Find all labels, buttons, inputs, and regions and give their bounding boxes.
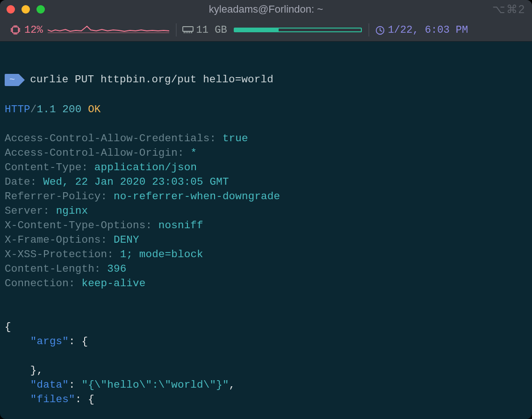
- header-value: 1; mode=block: [120, 248, 203, 260]
- terminal-body[interactable]: ~ curlie PUT httpbin.org/put hello=world…: [0, 42, 532, 419]
- zoom-button[interactable]: [36, 5, 45, 14]
- body-block: { "args": { }, "data": "{\"hello\":\"wor…: [5, 305, 527, 419]
- header-name: X-XSS-Protection: [5, 248, 107, 260]
- memory-label: 11 GB: [196, 24, 227, 36]
- memory-icon: [182, 26, 193, 34]
- memory-bar-fill: [235, 29, 279, 31]
- command-text: curlie PUT httpbin.org/put hello=world: [30, 72, 273, 87]
- close-button[interactable]: [7, 5, 15, 14]
- memory-bar: [234, 28, 362, 32]
- cpu-sparkline: [48, 23, 169, 37]
- header-value: nginx: [56, 205, 88, 217]
- header-name: Access-Control-Allow-Credentials: [5, 132, 209, 144]
- headers-block: Access-Control-Allow-Credentials: true A…: [5, 131, 527, 291]
- header-name: Date: [5, 176, 30, 188]
- titlebar: kyleadams@Forlindon: ~ ⌥⌘2: [0, 0, 532, 19]
- header-value: no-referrer-when-downgrade: [114, 190, 280, 202]
- traffic-lights: [7, 5, 45, 14]
- header-name: Access-Control-Allow-Origin: [5, 147, 178, 159]
- prompt-line: ~ curlie PUT httpbin.org/put hello=world: [5, 72, 527, 87]
- terminal-window: kyleadams@Forlindon: ~ ⌥⌘2 12%: [0, 0, 532, 419]
- header-value: Wed, 22 Jan 2020 23:03:05 GMT: [43, 176, 229, 188]
- header-name: Connection: [5, 277, 69, 289]
- header-name: Referrer-Policy: [5, 190, 101, 202]
- status-code: 200: [62, 103, 81, 116]
- header-name: Content-Length: [5, 263, 94, 275]
- minimize-button[interactable]: [22, 5, 30, 14]
- clock-icon: [375, 25, 384, 35]
- cpu-chip-icon: [10, 25, 21, 35]
- header-value: true: [223, 132, 248, 144]
- window-shortcut-hint: ⌥⌘2: [492, 3, 525, 16]
- status-bar: 12% 11 GB: [0, 19, 532, 42]
- clock-segment: 1/22, 6:03 PM: [368, 19, 475, 41]
- header-name: Content-Type: [5, 161, 81, 173]
- svg-rect-0: [13, 27, 19, 33]
- svg-rect-14: [183, 27, 193, 31]
- clock-text: 1/22, 6:03 PM: [388, 24, 468, 36]
- cpu-segment: 12%: [4, 19, 176, 41]
- window-title: kyleadams@Forlindon: ~: [0, 3, 532, 15]
- status-text: OK: [88, 103, 101, 116]
- header-value: DENY: [114, 234, 139, 246]
- header-name: Server: [5, 205, 43, 217]
- json-key-data: "data": [30, 379, 69, 391]
- header-name: X-Frame-Options: [5, 234, 101, 246]
- header-name: X-Content-Type-Options: [5, 219, 145, 231]
- header-value: keep-alive: [81, 277, 145, 289]
- cpu-percent: 12%: [24, 24, 43, 36]
- header-value: nosniff: [158, 219, 203, 231]
- json-key-files: "files": [30, 393, 75, 405]
- proto-version: 1.1: [37, 103, 56, 116]
- svg-rect-13: [48, 32, 169, 33]
- header-value: application/json: [94, 161, 197, 173]
- memory-segment: 11 GB: [176, 19, 368, 41]
- json-key-args: "args": [30, 335, 69, 347]
- header-value: *: [190, 147, 197, 159]
- status-line: HTTP/1.1 200 OK: [5, 102, 527, 117]
- prompt-cwd: ~: [5, 74, 19, 86]
- json-val-data: "{\"hello\":\"world\"}": [81, 379, 229, 391]
- proto-scheme: HTTP: [5, 103, 30, 116]
- header-value: 396: [107, 263, 126, 275]
